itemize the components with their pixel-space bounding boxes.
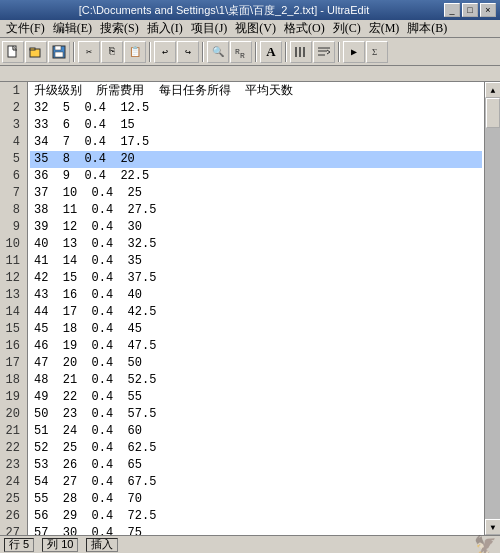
status-mode: 插入 [86, 538, 118, 552]
open-button[interactable] [25, 41, 47, 63]
script-button[interactable]: Σ [366, 41, 388, 63]
cut-button[interactable]: ✂ [78, 41, 100, 63]
line-number-21: 21 [4, 423, 23, 440]
menu-item-F[interactable]: 文件(F) [2, 19, 49, 38]
toolbar-separator-3 [202, 42, 204, 62]
code-line-23: 53 26 0.4 65 [30, 457, 482, 474]
code-line-19: 49 22 0.4 55 [30, 389, 482, 406]
menu-item-V[interactable]: 视图(V) [231, 19, 280, 38]
code-line-18: 48 21 0.4 52.5 [30, 372, 482, 389]
ruler: │ 10 20 30 40 50 60 [0, 66, 500, 82]
code-line-15: 45 18 0.4 45 [30, 321, 482, 338]
redo-button[interactable]: ↪ [177, 41, 199, 63]
svg-rect-6 [55, 52, 63, 57]
line-number-10: 10 [4, 236, 23, 253]
close-button[interactable]: × [480, 3, 496, 17]
menu-item-J[interactable]: 项目(J) [187, 19, 232, 38]
text-content[interactable]: 升级级别 所需费用 每日任务所得 平均天数32 5 0.4 12.533 6 0… [28, 82, 484, 535]
line-numbers: 1234567891011121314151617181920212223242… [0, 82, 28, 535]
menu-item-O[interactable]: 格式(O) [280, 19, 329, 38]
line-number-22: 22 [4, 440, 23, 457]
status-col: 列 10 [42, 538, 78, 552]
copy-button[interactable]: ⎘ [101, 41, 123, 63]
code-line-7: 37 10 0.4 25 [30, 185, 482, 202]
line-number-20: 20 [4, 406, 23, 423]
code-line-16: 46 19 0.4 47.5 [30, 338, 482, 355]
column-button[interactable] [290, 41, 312, 63]
scroll-track[interactable] [485, 98, 500, 519]
maximize-button[interactable]: □ [462, 3, 478, 17]
line-number-14: 14 [4, 304, 23, 321]
find-button[interactable]: 🔍 [207, 41, 229, 63]
line-number-8: 8 [4, 202, 23, 219]
line-number-4: 4 [4, 134, 23, 151]
line-number-24: 24 [4, 474, 23, 491]
menu-item-E[interactable]: 编辑(E) [49, 19, 96, 38]
line-number-9: 9 [4, 219, 23, 236]
svg-text:R: R [240, 51, 245, 59]
status-logo: 🦅 [126, 534, 496, 554]
menu-item-B[interactable]: 脚本(B) [403, 19, 451, 38]
svg-rect-5 [55, 46, 61, 50]
status-row: 行 5 [4, 538, 34, 552]
code-line-12: 42 15 0.4 37.5 [30, 270, 482, 287]
line-number-1: 1 [4, 83, 23, 100]
save-button[interactable] [48, 41, 70, 63]
code-line-3: 33 6 0.4 15 [30, 117, 482, 134]
line-number-17: 17 [4, 355, 23, 372]
menu-item-S[interactable]: 搜索(S) [96, 19, 143, 38]
svg-rect-3 [30, 48, 35, 50]
code-line-4: 34 7 0.4 17.5 [30, 134, 482, 151]
toolbar: ✂ ⎘ 📋 ↩ ↪ 🔍 RR A ▶ Σ [0, 38, 500, 66]
line-number-5: 5 [4, 151, 23, 168]
code-line-24: 54 27 0.4 67.5 [30, 474, 482, 491]
minimize-button[interactable]: _ [444, 3, 460, 17]
new-button[interactable] [2, 41, 24, 63]
toolbar-separator-2 [149, 42, 151, 62]
line-number-16: 16 [4, 338, 23, 355]
code-line-20: 50 23 0.4 57.5 [30, 406, 482, 423]
toolbar-separator-4 [255, 42, 257, 62]
scroll-up-button[interactable]: ▲ [485, 82, 500, 98]
title-bar-text: [C:\Documents and Settings\1\桌面\百度_2_2.t… [4, 3, 444, 18]
font-button[interactable]: A [260, 41, 282, 63]
svg-text:Σ: Σ [372, 47, 377, 57]
editor-container: 1234567891011121314151617181920212223242… [0, 82, 500, 535]
code-line-2: 32 5 0.4 12.5 [30, 100, 482, 117]
menu-item-C[interactable]: 列(C) [329, 19, 365, 38]
code-line-9: 39 12 0.4 30 [30, 219, 482, 236]
menu-item-I[interactable]: 插入(I) [143, 19, 187, 38]
code-line-17: 47 20 0.4 50 [30, 355, 482, 372]
code-line-10: 40 13 0.4 32.5 [30, 236, 482, 253]
paste-button[interactable]: 📋 [124, 41, 146, 63]
line-number-19: 19 [4, 389, 23, 406]
code-line-13: 43 16 0.4 40 [30, 287, 482, 304]
line-number-13: 13 [4, 287, 23, 304]
undo-button[interactable]: ↩ [154, 41, 176, 63]
scroll-thumb[interactable] [486, 98, 500, 128]
menu-item-M[interactable]: 宏(M) [365, 19, 404, 38]
code-line-26: 56 29 0.4 72.5 [30, 508, 482, 525]
line-number-3: 3 [4, 117, 23, 134]
code-line-11: 41 14 0.4 35 [30, 253, 482, 270]
code-line-6: 36 9 0.4 22.5 [30, 168, 482, 185]
toolbar-separator-1 [73, 42, 75, 62]
code-line-22: 52 25 0.4 62.5 [30, 440, 482, 457]
toolbar-separator-5 [285, 42, 287, 62]
scrollbar[interactable]: ▲ ▼ [484, 82, 500, 535]
wordwrap-button[interactable] [313, 41, 335, 63]
macro-button[interactable]: ▶ [343, 41, 365, 63]
code-line-14: 44 17 0.4 42.5 [30, 304, 482, 321]
line-number-11: 11 [4, 253, 23, 270]
menu-bar: 文件(F)编辑(E)搜索(S)插入(I)项目(J)视图(V)格式(O)列(C)宏… [0, 20, 500, 38]
line-number-18: 18 [4, 372, 23, 389]
line-number-23: 23 [4, 457, 23, 474]
code-line-25: 55 28 0.4 70 [30, 491, 482, 508]
line-number-26: 26 [4, 508, 23, 525]
code-line-21: 51 24 0.4 60 [30, 423, 482, 440]
line-number-12: 12 [4, 270, 23, 287]
line-number-2: 2 [4, 100, 23, 117]
replace-button[interactable]: RR [230, 41, 252, 63]
code-line-5: 35 8 0.4 20 [30, 151, 482, 168]
line-number-27: 27 [4, 525, 23, 535]
